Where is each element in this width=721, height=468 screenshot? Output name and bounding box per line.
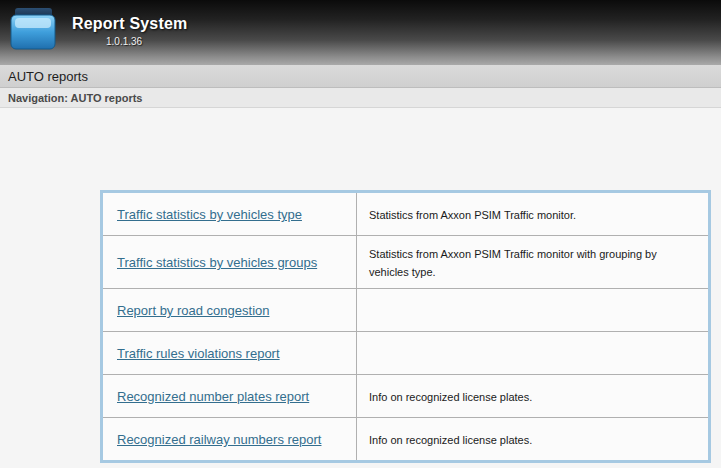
- report-link-recognized-railway-numbers-report[interactable]: Recognized railway numbers report: [117, 432, 321, 447]
- report-description: Info on recognized license plates.: [369, 391, 532, 403]
- report-system-page: Report System 1.0.1.36 AUTO reports Navi…: [0, 0, 721, 468]
- section-title: AUTO reports: [8, 69, 88, 84]
- report-link-traffic-statistics-by-vehicles-groups[interactable]: Traffic statistics by vehicles groups: [117, 255, 317, 270]
- table-row: Traffic statistics by vehicles type Stat…: [102, 192, 710, 236]
- report-link-traffic-rules-violations-report[interactable]: Traffic rules violations report: [117, 346, 280, 361]
- app-title: Report System: [72, 15, 188, 33]
- report-link-report-by-road-congestion[interactable]: Report by road congestion: [117, 303, 269, 318]
- report-link-recognized-number-plates-report[interactable]: Recognized number plates report: [117, 389, 309, 404]
- table-row: Recognized railway numbers report Info o…: [102, 418, 710, 462]
- table-row: Traffic rules violations report: [102, 332, 710, 375]
- blue-folder-icon: [10, 7, 60, 55]
- main-content: Traffic statistics by vehicles type Stat…: [0, 108, 721, 463]
- title-block: Report System 1.0.1.36: [72, 7, 188, 47]
- table-row: Traffic statistics by vehicles groups St…: [102, 236, 710, 289]
- report-description: Statistics from Axxon PSIM Traffic monit…: [369, 248, 657, 278]
- section-bar: AUTO reports: [0, 65, 721, 88]
- table-row: Recognized number plates report Info on …: [102, 375, 710, 418]
- reports-table: Traffic statistics by vehicles type Stat…: [100, 190, 711, 463]
- report-description: Info on recognized license plates.: [369, 434, 532, 446]
- table-row: Report by road congestion: [102, 289, 710, 332]
- app-version: 1.0.1.36: [106, 36, 188, 47]
- breadcrumb-label: Navigation: AUTO reports: [8, 92, 142, 104]
- report-description: Statistics from Axxon PSIM Traffic monit…: [369, 209, 576, 221]
- report-link-traffic-statistics-by-vehicles-type[interactable]: Traffic statistics by vehicles type: [117, 207, 302, 222]
- breadcrumb: Navigation: AUTO reports: [0, 88, 721, 108]
- app-header: Report System 1.0.1.36: [0, 0, 721, 65]
